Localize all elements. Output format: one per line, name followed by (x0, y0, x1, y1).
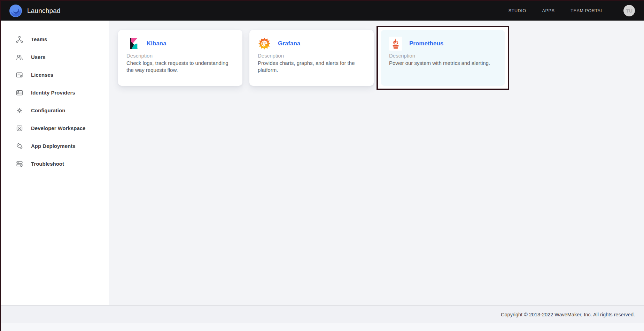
sidebar-item-label: Configuration (31, 107, 65, 113)
top-header-bar: Launchpad STUDIO APPS TEAM PORTAL TU (1, 1, 644, 21)
card-description: Power our system with metrics and alerti… (389, 60, 497, 67)
sidebar-item-developer-workspace[interactable]: Developer Workspace (1, 119, 109, 137)
sidebar-item-licenses[interactable]: Licenses (1, 66, 109, 84)
highlight-annotation-box: Prometheus Description Power our system … (377, 26, 509, 90)
app-card-grafana[interactable]: Grafana Description Provides charts, gra… (249, 30, 374, 86)
sidebar-item-label: App Deployments (31, 143, 76, 149)
sidebar-item-label: Teams (31, 36, 47, 42)
licenses-icon (16, 71, 23, 79)
app-cards-row: Kibana Description Check logs, track req… (118, 30, 505, 86)
user-avatar[interactable]: TU (623, 5, 635, 16)
app-deployments-icon (16, 142, 23, 150)
header-nav: STUDIO APPS TEAM PORTAL TU (509, 5, 635, 16)
sidebar-item-troubleshoot[interactable]: Troubleshoot (1, 155, 109, 173)
troubleshoot-icon (16, 160, 23, 168)
grafana-icon (258, 37, 271, 51)
card-head: Kibana (126, 36, 234, 51)
card-description-label: Description (389, 53, 497, 59)
app-card-kibana[interactable]: Kibana Description Check logs, track req… (118, 30, 242, 86)
nav-link-apps[interactable]: APPS (542, 8, 555, 13)
wavemaker-logo-icon (9, 5, 22, 17)
card-title[interactable]: Grafana (278, 40, 300, 47)
sidebar-item-label: Troubleshoot (31, 161, 64, 167)
launchpad-page: Launchpad STUDIO APPS TEAM PORTAL TU Tea… (0, 0, 644, 331)
card-head: Grafana (258, 36, 365, 51)
nav-link-studio[interactable]: STUDIO (509, 8, 526, 13)
prometheus-icon (389, 37, 402, 51)
card-head: Prometheus (389, 36, 497, 51)
sidebar-item-label: Licenses (31, 72, 53, 78)
content-row: Teams Users (1, 21, 644, 305)
teams-icon (16, 36, 23, 43)
card-title[interactable]: Kibana (147, 40, 166, 47)
sidebar-item-users[interactable]: Users (1, 48, 109, 66)
card-description: Provides charts, graphs, and alerts for … (258, 60, 365, 74)
page-title: Launchpad (27, 7, 61, 15)
sidebar-item-app-deployments[interactable]: App Deployments (1, 137, 109, 155)
footer-bar: Copyright © 2013-2022 WaveMaker, Inc. Al… (1, 305, 644, 323)
sidebar-item-label: Identity Providers (31, 90, 75, 96)
card-description-label: Description (126, 53, 234, 59)
configuration-icon (16, 107, 23, 114)
card-title[interactable]: Prometheus (409, 40, 443, 47)
kibana-icon (126, 37, 140, 51)
card-description-label: Description (258, 53, 365, 59)
copyright-text: Copyright © 2013-2022 WaveMaker, Inc. Al… (501, 312, 635, 317)
bottom-strip (1, 323, 644, 331)
identity-providers-icon (16, 89, 23, 97)
sidebar-item-configuration[interactable]: Configuration (1, 101, 109, 119)
developer-workspace-icon (16, 125, 23, 132)
card-description: Check logs, track requests to understand… (126, 60, 234, 74)
main-content: Kibana Description Check logs, track req… (109, 21, 644, 305)
sidebar-item-label: Users (31, 54, 46, 60)
sidebar-item-label: Developer Workspace (31, 125, 85, 131)
users-icon (16, 53, 23, 61)
nav-link-team-portal[interactable]: TEAM PORTAL (571, 8, 603, 13)
sidebar-item-teams[interactable]: Teams (1, 30, 109, 48)
sidebar-item-identity-providers[interactable]: Identity Providers (1, 84, 109, 101)
sidebar: Teams Users (1, 21, 109, 305)
app-card-prometheus[interactable]: Prometheus Description Power our system … (381, 30, 505, 86)
